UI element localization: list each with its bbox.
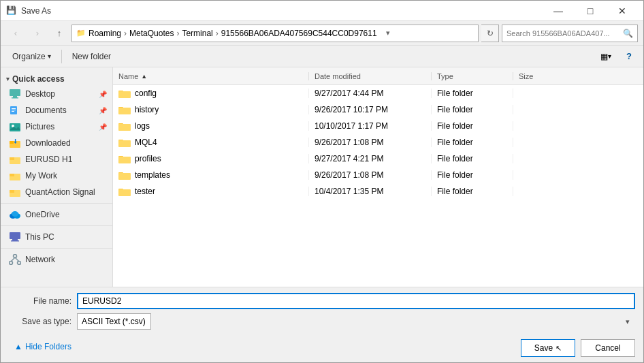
sidebar-item-eurusd[interactable]: EURUSD H1 bbox=[1, 151, 112, 168]
forward-button[interactable]: › bbox=[28, 24, 47, 43]
folder-icon bbox=[118, 154, 131, 163]
savetype-row: Save as type: ASCII Text (*.csv) bbox=[9, 313, 635, 330]
thispc-icon bbox=[9, 231, 21, 243]
sidebar-divider-1 bbox=[1, 203, 112, 204]
desktop-pin: 📌 bbox=[99, 91, 107, 98]
svg-rect-2 bbox=[12, 97, 18, 99]
sidebar-item-thispc[interactable]: This PC bbox=[1, 229, 112, 245]
svg-point-21 bbox=[12, 211, 18, 217]
downloaded-label: Downloaded bbox=[25, 138, 107, 148]
title-bar: 💾 Save As — □ ✕ bbox=[1, 1, 643, 21]
bottom-bar: File name: Save as type: ASCII Text (*.c… bbox=[1, 287, 643, 362]
savetype-label: Save as type: bbox=[9, 317, 77, 326]
col-date-header[interactable]: Date modified bbox=[309, 72, 432, 80]
address-bar[interactable]: 📁 Roaming › MetaQuotes › Terminal › 9155… bbox=[71, 25, 479, 42]
svg-rect-23 bbox=[12, 239, 18, 240]
up-button[interactable]: ↑ bbox=[50, 24, 69, 43]
quick-access-header[interactable]: ▾ Quick access bbox=[1, 70, 112, 86]
maximize-button[interactable]: □ bbox=[575, 1, 606, 21]
nav-toolbar: ‹ › ↑ 📁 Roaming › MetaQuotes › Terminal … bbox=[1, 21, 643, 46]
address-metaquotes: MetaQuotes bbox=[129, 29, 174, 38]
mywork-label: My Work bbox=[25, 171, 107, 180]
quantaction-label: QuantAction Signal bbox=[25, 187, 107, 197]
sidebar-divider-2 bbox=[1, 225, 112, 226]
table-row[interactable]: profiles 9/27/2017 4:21 PM File folder bbox=[113, 151, 643, 167]
pictures-pin: 📌 bbox=[99, 123, 107, 131]
folder-icon bbox=[118, 187, 131, 196]
svg-rect-43 bbox=[118, 189, 131, 196]
svg-rect-4 bbox=[12, 108, 16, 109]
svg-rect-14 bbox=[10, 157, 14, 160]
folder-icon bbox=[118, 89, 131, 98]
sidebar-item-mywork[interactable]: My Work bbox=[1, 168, 112, 184]
col-type-header[interactable]: Type bbox=[432, 72, 513, 80]
sidebar-divider-3 bbox=[1, 248, 112, 249]
svg-rect-41 bbox=[118, 173, 131, 180]
svg-rect-22 bbox=[10, 232, 20, 239]
help-button[interactable]: ? bbox=[620, 48, 638, 65]
sidebar-item-quantaction[interactable]: QuantAction Signal bbox=[1, 184, 112, 200]
action-bar: Organize ▾ New folder ▦ ▾ ? bbox=[1, 46, 643, 67]
table-row[interactable]: MQL4 9/26/2017 1:08 PM File folder bbox=[113, 134, 643, 151]
network-label: Network bbox=[25, 255, 107, 264]
filename-row: File name: bbox=[9, 293, 635, 309]
svg-rect-7 bbox=[10, 123, 20, 131]
close-button[interactable]: ✕ bbox=[607, 1, 638, 21]
sidebar-item-desktop[interactable]: Desktop 📌 bbox=[1, 86, 112, 102]
hide-folders-toggle[interactable]: ▲ Hide Folders bbox=[9, 342, 71, 351]
table-row[interactable]: logs 10/10/2017 1:17 PM File folder bbox=[113, 118, 643, 134]
search-box[interactable]: 🔍 bbox=[502, 25, 638, 42]
col-name-header[interactable]: Name ▲ bbox=[118, 72, 309, 80]
address-dropdown-button[interactable]: ▾ bbox=[380, 25, 396, 42]
file-name: config bbox=[135, 89, 157, 98]
table-row[interactable]: config 9/27/2017 4:44 PM File folder bbox=[113, 85, 643, 101]
svg-rect-24 bbox=[11, 240, 19, 242]
folder-icon bbox=[118, 121, 131, 131]
folder-icon bbox=[118, 138, 131, 147]
file-name: logs bbox=[135, 121, 150, 131]
back-button[interactable]: ‹ bbox=[6, 24, 25, 43]
main-content: ▾ Quick access Desktop 📌 Documents 📌 bbox=[1, 67, 643, 287]
col-size-header[interactable]: Size bbox=[513, 72, 568, 80]
svg-rect-11 bbox=[10, 141, 14, 144]
svg-rect-33 bbox=[118, 108, 131, 114]
new-folder-button[interactable]: New folder bbox=[66, 48, 117, 65]
filename-label: File name: bbox=[9, 296, 77, 306]
svg-line-29 bbox=[15, 257, 19, 262]
minimize-button[interactable]: — bbox=[543, 1, 574, 21]
organize-button[interactable]: Organize ▾ bbox=[6, 48, 57, 65]
address-guid: 915566BA06ADA407569C544CC0D97611 bbox=[221, 29, 377, 38]
quick-access-chevron: ▾ bbox=[6, 76, 10, 82]
desktop-icon bbox=[9, 88, 21, 100]
file-name: MQL4 bbox=[135, 138, 157, 147]
documents-icon bbox=[9, 104, 21, 116]
svg-rect-39 bbox=[118, 157, 131, 163]
svg-rect-35 bbox=[118, 124, 131, 131]
sidebar-item-downloaded[interactable]: Downloaded bbox=[1, 135, 112, 151]
sidebar-item-network[interactable]: Network bbox=[1, 251, 112, 268]
window-title: Save As bbox=[21, 6, 543, 16]
file-name: profiles bbox=[135, 154, 161, 163]
refresh-button[interactable]: ↻ bbox=[481, 25, 499, 42]
chevron-up-icon: ▲ bbox=[14, 342, 22, 351]
table-row[interactable]: tester 10/4/2017 1:35 PM File folder bbox=[113, 183, 643, 200]
sidebar-item-pictures[interactable]: Pictures 📌 bbox=[1, 119, 112, 135]
search-input[interactable] bbox=[506, 29, 620, 37]
file-name: history bbox=[135, 105, 159, 114]
pictures-icon bbox=[9, 121, 21, 133]
address-roaming: Roaming bbox=[88, 29, 121, 38]
view-button[interactable]: ▦ ▾ bbox=[596, 48, 616, 65]
desktop-label: Desktop bbox=[25, 89, 95, 99]
table-row[interactable]: templates 9/26/2017 1:08 PM File folder bbox=[113, 167, 643, 183]
sidebar-item-documents[interactable]: Documents 📌 bbox=[1, 102, 112, 119]
sidebar-item-onedrive[interactable]: OneDrive bbox=[1, 206, 112, 223]
savetype-select[interactable]: ASCII Text (*.csv) bbox=[77, 313, 151, 330]
onedrive-label: OneDrive bbox=[25, 210, 107, 219]
file-list: Name ▲ Date modified Type Size bbox=[113, 67, 643, 287]
cancel-button[interactable]: Cancel bbox=[581, 339, 635, 357]
address-folder-icon: 📁 bbox=[76, 29, 86, 37]
mywork-icon bbox=[9, 170, 21, 182]
table-row[interactable]: history 9/26/2017 10:17 PM File folder bbox=[113, 101, 643, 118]
filename-input[interactable] bbox=[77, 293, 635, 309]
save-button[interactable]: Save ↖ bbox=[521, 339, 575, 357]
